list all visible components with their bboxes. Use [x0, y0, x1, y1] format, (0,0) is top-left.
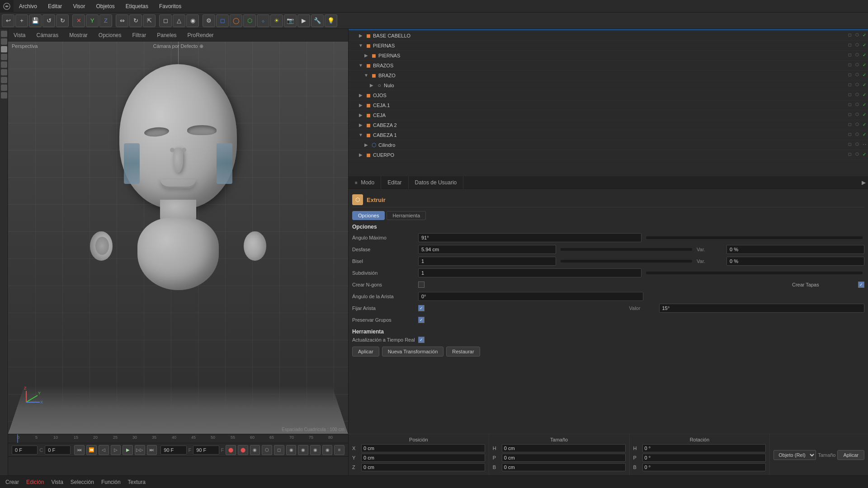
hier-ojos[interactable]: ▶ ◼ OJOS ◻ ⬡ ✓	[349, 90, 868, 100]
hier-expand-7[interactable]: ▶	[368, 82, 375, 89]
valor-value[interactable]	[659, 304, 865, 313]
hier-expand-9[interactable]: ▶	[358, 102, 364, 108]
subdivision-value[interactable]	[418, 268, 642, 277]
hier-btn-lock9[interactable]: ⬡	[855, 102, 862, 108]
hier-btn-lock12[interactable]: ⬡	[855, 132, 862, 138]
desfase-value[interactable]	[418, 245, 556, 254]
cylinder-button[interactable]: ⬡	[243, 14, 256, 27]
preservar-grupos-checkbox[interactable]	[418, 317, 425, 323]
right-props-collapse[interactable]: ▶	[859, 176, 868, 189]
tool-knife[interactable]	[1, 92, 7, 99]
hier-btn-vis12[interactable]: ◻	[848, 132, 854, 138]
hier-btn-lock6[interactable]: ⬡	[855, 72, 862, 79]
desfase-input[interactable]	[421, 247, 553, 252]
point-mode[interactable]: ◉	[186, 14, 199, 27]
y-axis-button[interactable]: Y	[86, 14, 99, 27]
hier-btn-vis5[interactable]: ◻	[848, 62, 854, 69]
menu-visor[interactable]: Visor	[67, 0, 90, 13]
hier-btn-lock10[interactable]: ⬡	[855, 112, 862, 118]
step-forward-button[interactable]: ▷▷	[135, 445, 145, 455]
rot-b-input[interactable]	[642, 463, 766, 471]
bisel-slider[interactable]	[561, 260, 692, 263]
tab-camaras[interactable]: Cámaras	[34, 32, 60, 38]
tab-filtrar[interactable]: Filtrar	[131, 32, 148, 38]
render-button[interactable]: ▶	[297, 14, 310, 27]
hier-expand-3[interactable]: ▼	[358, 42, 364, 49]
objeto-rel-dropdown[interactable]: Objeto (Rel)	[774, 450, 816, 460]
aplicar-button[interactable]: Aplicar	[352, 347, 379, 357]
hier-piernas-group[interactable]: ▼ ◼ PIERNAS ◻ ⬡ ✓	[349, 41, 868, 51]
tab-paneles[interactable]: Paneles	[155, 32, 178, 38]
tool-pen[interactable]	[1, 69, 7, 75]
hier-cabeza1[interactable]: ▼ ◼ CABEZA 1 ◻ ⬡ ✓	[349, 130, 868, 140]
viewport-3d[interactable]: Perspectiva Cámara por Defecto ⊕	[8, 42, 348, 434]
hier-btn-en10[interactable]: ✓	[863, 112, 866, 118]
nueva-transformacion-button[interactable]: Nueva Transformación	[382, 347, 444, 357]
restaurar-button[interactable]: Restaurar	[446, 347, 480, 357]
bottom-menu-vista[interactable]: Vista	[51, 479, 63, 485]
size-p-input[interactable]	[502, 454, 626, 462]
hier-btn-en12[interactable]: ✓	[863, 132, 866, 138]
pos-z-input[interactable]	[361, 463, 485, 471]
hier-btn-vis11[interactable]: ◻	[848, 122, 854, 128]
step-back-button[interactable]: ◁	[99, 445, 109, 455]
hier-piernas[interactable]: ▶ ◼ PIERNAS ◻ ⬡ ✓	[349, 51, 868, 61]
hier-btn-lock5[interactable]: ⬡	[855, 62, 862, 69]
hier-btn-vis2[interactable]: ◻	[848, 33, 854, 39]
hier-btn-lock13[interactable]: ⬡	[855, 142, 862, 148]
angulo-arista-value[interactable]	[418, 292, 643, 301]
hier-nulo[interactable]: ▶ ○ Nulo ◻ ⬡ ✓	[349, 80, 868, 90]
undo-button[interactable]: ↩	[2, 14, 14, 27]
bisel-input[interactable]	[421, 258, 553, 264]
bottom-menu-funcion[interactable]: Función	[101, 479, 121, 485]
subdivision-slider[interactable]	[646, 272, 863, 274]
tab-modo[interactable]: ≡ Modo	[349, 176, 381, 189]
tab-mostrar[interactable]: Mostrar	[67, 32, 90, 38]
menu-editar[interactable]: Editar	[42, 0, 67, 13]
hier-btn-vis10[interactable]: ◻	[848, 112, 854, 118]
tool-paint[interactable]	[1, 77, 7, 83]
undo2-button[interactable]: ↺	[42, 14, 55, 27]
move-tool[interactable]: ⇔	[116, 14, 128, 27]
hier-btn-lock2[interactable]: ⬡	[855, 33, 862, 39]
angulo-maximo-slider[interactable]	[646, 236, 863, 239]
props-tab-opciones[interactable]: Opciones	[352, 211, 385, 220]
bottom-menu-edicion[interactable]: Edición	[26, 479, 44, 485]
tab-datos-usuario[interactable]: Datos de Usuario	[409, 176, 464, 189]
timeline-opt1[interactable]: ◉	[286, 445, 297, 455]
end-frame-field[interactable]: 90 F	[160, 446, 186, 455]
stop-button[interactable]: ▷	[111, 445, 121, 455]
hier-btn-en2[interactable]: ✓	[863, 33, 866, 39]
rotate-tool[interactable]: ↻	[129, 14, 142, 27]
hier-expand-4[interactable]: ▶	[363, 52, 369, 59]
play-end-button[interactable]: ⏭	[147, 445, 157, 455]
hier-expand-14[interactable]: ▶	[358, 152, 364, 158]
menu-favoritos[interactable]: Favoritos	[154, 0, 187, 13]
tool-active[interactable]	[1, 46, 7, 52]
hier-brazos-group[interactable]: ▼ ◼ BRAZOS ◻ ⬡ ✓	[349, 61, 868, 70]
rot-h-input[interactable]	[642, 444, 766, 452]
cube-button[interactable]: ◻	[216, 14, 229, 27]
redo-button[interactable]: ↻	[56, 14, 69, 27]
tool-scale[interactable]	[1, 61, 7, 68]
play-forward-button[interactable]: ▶	[123, 445, 133, 455]
hier-btn-en8[interactable]: ✓	[863, 92, 866, 99]
crear-ngons-checkbox[interactable]	[418, 282, 425, 288]
scale-tool[interactable]: ⇱	[143, 14, 156, 27]
save-button[interactable]: 💾	[29, 14, 42, 27]
tab-opciones[interactable]: Opciones	[97, 32, 123, 38]
tab-editar[interactable]: Editar	[381, 176, 408, 189]
render-settings[interactable]: 🔧	[311, 14, 324, 27]
var2-input[interactable]	[730, 258, 861, 264]
bisel-value[interactable]	[418, 257, 556, 266]
hier-btn-en4[interactable]: ✓	[863, 52, 866, 59]
hier-btn-en13b[interactable]: ·	[865, 142, 866, 148]
hier-ceja[interactable]: ▶ ◼ CEJA ◻ ⬡ ✓	[349, 110, 868, 120]
hier-expand-8[interactable]: ▶	[358, 92, 364, 99]
hier-btn-en5[interactable]: ✓	[863, 62, 866, 69]
hier-btn-lock11[interactable]: ⬡	[855, 122, 862, 128]
hier-btn-vis14[interactable]: ◻	[848, 152, 854, 158]
hier-cilindro[interactable]: ▶ ⬡ Cilindro ◻ ⬡ · ·	[349, 140, 868, 150]
var2-value[interactable]	[726, 257, 864, 266]
hier-btn-en3[interactable]: ✓	[863, 42, 866, 49]
